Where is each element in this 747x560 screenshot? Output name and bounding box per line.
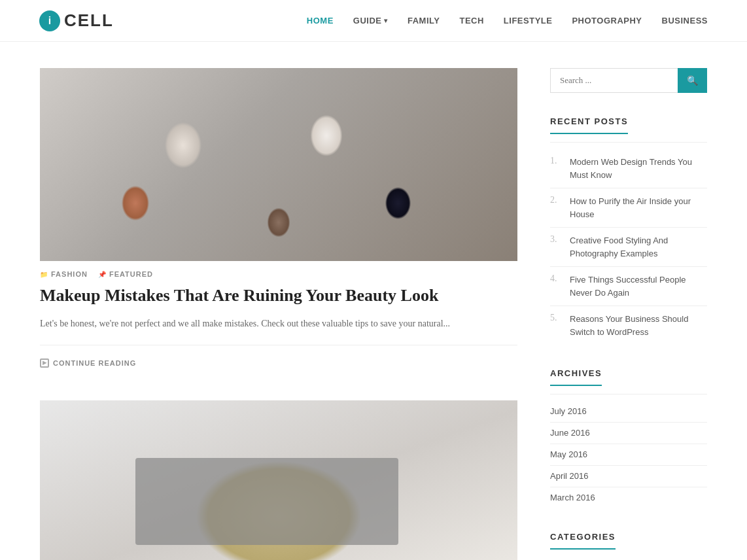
nav-item-family[interactable]: FAMILY xyxy=(408,16,440,26)
post-tag-featured: 📌 FEATURED xyxy=(98,270,153,278)
post-num-3: 3. xyxy=(550,234,563,260)
archives-title: ARCHIVES xyxy=(550,368,602,386)
recent-posts-list: 1. Modern Web Design Trends You Must Kno… xyxy=(550,149,707,345)
archives-list: July 2016 June 2016 May 2016 April 2016 … xyxy=(550,401,707,508)
nav-item-home[interactable]: HOME xyxy=(307,16,334,26)
nav-link-guide[interactable]: GUIDE xyxy=(353,16,388,26)
list-item: 3. Creative Food Styling And Photography… xyxy=(550,228,707,267)
site-logo[interactable]: i CELL xyxy=(39,10,114,31)
list-item: 5. Reasons Your Business Should Switch t… xyxy=(550,306,707,345)
archive-link-march[interactable]: March 2016 xyxy=(550,493,595,502)
star-icon-1: 📌 xyxy=(98,271,107,278)
list-item: 4. Five Things Successful People Never D… xyxy=(550,267,707,306)
recent-post-link-1[interactable]: Modern Web Design Trends You Must Know xyxy=(570,156,707,181)
nav-link-home[interactable]: HOME xyxy=(307,16,334,26)
list-item: March 2016 xyxy=(550,487,707,508)
list-item: April 2016 xyxy=(550,466,707,487)
nav-item-lifestyle[interactable]: LIFESTYLE xyxy=(504,16,553,26)
archive-link-june[interactable]: June 2016 xyxy=(550,428,590,438)
post-title-1[interactable]: Makeup Mistakes That Are Ruining Your Be… xyxy=(40,285,517,307)
recent-posts-divider xyxy=(550,142,707,143)
sidebar: 🔍 RECENT POSTS 1. Modern Web Design Tren… xyxy=(550,68,707,560)
main-nav: HOME GUIDE FAMILY TECH LIFESTYLE PHOTOGR… xyxy=(307,16,708,26)
search-widget: 🔍 xyxy=(550,68,707,93)
post-excerpt-1: Let's be honest, we're not perfect and w… xyxy=(40,316,517,332)
archives-divider xyxy=(550,394,707,394)
nav-link-business[interactable]: BUSINESS xyxy=(662,16,708,26)
site-header: i CELL HOME GUIDE FAMILY TECH LIFESTYLE … xyxy=(0,0,747,42)
archive-link-july[interactable]: July 2016 xyxy=(550,406,587,416)
search-button[interactable]: 🔍 xyxy=(678,68,707,93)
post-2: JULY 26, 2016 📁 TECH Modern Web Design T… xyxy=(40,400,517,560)
post-num-1: 1. xyxy=(550,156,563,181)
recent-posts-widget: RECENT POSTS 1. Modern Web Design Trends… xyxy=(550,116,707,345)
list-item: June 2016 xyxy=(550,423,707,444)
nav-link-photography[interactable]: PHOTOGRAPHY xyxy=(572,16,642,26)
main-content: 📁 FASHION 📌 FEATURED Makeup Mistakes Tha… xyxy=(40,68,517,560)
post-meta-top-1: 📁 FASHION 📌 FEATURED xyxy=(40,270,517,278)
post-1: 📁 FASHION 📌 FEATURED Makeup Mistakes Tha… xyxy=(40,68,517,368)
post-image-2 xyxy=(40,400,517,560)
recent-post-link-4[interactable]: Five Things Successful People Never Do A… xyxy=(570,273,707,299)
post-num-4: 4. xyxy=(550,273,563,299)
nav-link-tech[interactable]: TECH xyxy=(459,16,483,26)
search-icon: 🔍 xyxy=(687,75,698,86)
post-num-2: 2. xyxy=(550,195,563,220)
recent-post-link-5[interactable]: Reasons Your Business Should Switch to W… xyxy=(570,313,707,338)
search-input[interactable] xyxy=(550,68,678,93)
nav-item-photography[interactable]: PHOTOGRAPHY xyxy=(572,16,642,26)
logo-icon: i xyxy=(39,10,60,31)
post-num-5: 5. xyxy=(550,313,563,338)
recent-posts-title: RECENT POSTS xyxy=(550,116,628,134)
nav-item-business[interactable]: BUSINESS xyxy=(662,16,708,26)
nav-link-lifestyle[interactable]: LIFESTYLE xyxy=(504,16,553,26)
list-item: 2. How to Purify the Air Inside your Hou… xyxy=(550,188,707,228)
list-item: 1. Modern Web Design Trends You Must Kno… xyxy=(550,149,707,188)
post-image-1 xyxy=(40,68,517,261)
archives-widget: ARCHIVES July 2016 June 2016 May 2016 Ap… xyxy=(550,368,707,508)
archive-link-may[interactable]: May 2016 xyxy=(550,449,587,459)
categories-widget: CATEGORIES xyxy=(550,532,707,557)
list-item: May 2016 xyxy=(550,444,707,466)
list-item: July 2016 xyxy=(550,401,707,423)
folder-icon-1: 📁 xyxy=(40,271,48,278)
continue-reading-1[interactable]: ▶ CONTINUE READING xyxy=(40,345,517,368)
categories-title: CATEGORIES xyxy=(550,532,616,550)
recent-post-link-2[interactable]: How to Purify the Air Inside your House xyxy=(570,195,707,220)
continue-icon-1: ▶ xyxy=(40,359,49,368)
logo-text: CELL xyxy=(64,10,114,31)
archive-link-april[interactable]: April 2016 xyxy=(550,471,589,481)
recent-post-link-3[interactable]: Creative Food Styling And Photography Ex… xyxy=(570,234,707,260)
nav-item-guide[interactable]: GUIDE xyxy=(353,16,388,26)
nav-link-family[interactable]: FAMILY xyxy=(408,16,440,26)
post-tag-fashion: 📁 FASHION xyxy=(40,270,88,278)
page-container: 📁 FASHION 📌 FEATURED Makeup Mistakes Tha… xyxy=(27,42,720,560)
nav-item-tech[interactable]: TECH xyxy=(459,16,483,26)
